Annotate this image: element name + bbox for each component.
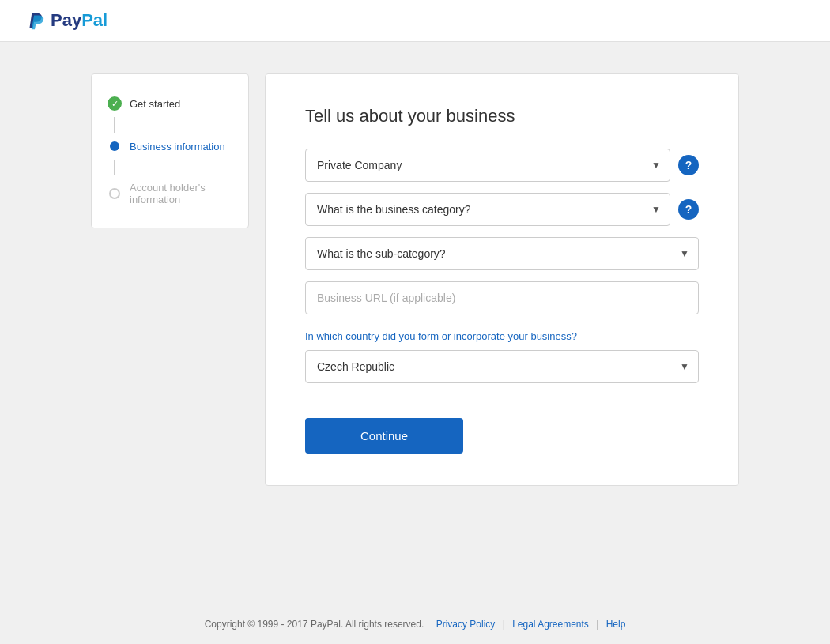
country-select-wrapper: Czech Republic Germany France United Sta… — [305, 350, 699, 383]
step-inactive-icon — [109, 188, 120, 199]
business-type-select[interactable]: Private Company Public Company Sole Trad… — [305, 149, 670, 182]
business-type-help-button[interactable]: ? — [678, 155, 699, 175]
footer-copyright: Copyright © 1999 - 2017 PayPal. All righ… — [205, 619, 424, 630]
steps-sidebar: ✓ Get started Business information Accou… — [91, 73, 249, 228]
step-business-info: Business information — [108, 133, 232, 160]
business-category-row: What is the business category? Retail Se… — [305, 193, 699, 226]
step-business-info-label: Business information — [130, 141, 225, 153]
footer-help-link[interactable]: Help — [606, 619, 626, 630]
form-panel: Tell us about your business Private Comp… — [265, 73, 739, 486]
country-question: In which country did you form or incorpo… — [305, 330, 699, 342]
header: PayPal — [0, 0, 830, 42]
paypal-logo-text: PayPal — [51, 10, 108, 31]
business-category-select[interactable]: What is the business category? Retail Se… — [305, 193, 670, 226]
continue-button[interactable]: Continue — [305, 418, 463, 454]
form-title: Tell us about your business — [305, 106, 699, 126]
step-account-holder: Account holder's information — [108, 175, 232, 212]
footer-legal-link[interactable]: Legal Agreements — [512, 619, 589, 630]
step-account-holder-label: Account holder's information — [130, 182, 232, 205]
footer: Copyright © 1999 - 2017 PayPal. All righ… — [0, 604, 830, 644]
main-content: ✓ Get started Business information Accou… — [0, 42, 830, 604]
step-connector-1 — [114, 117, 115, 133]
business-type-select-wrapper: Private Company Public Company Sole Trad… — [305, 149, 670, 182]
sub-category-select[interactable]: What is the sub-category? Option 1 Optio… — [305, 237, 699, 270]
business-url-row — [305, 281, 699, 314]
step-get-started: ✓ Get started — [108, 90, 232, 117]
business-url-input-wrapper — [305, 281, 699, 314]
paypal-logo: PayPal — [24, 9, 108, 32]
sub-category-select-wrapper: What is the sub-category? Option 1 Optio… — [305, 237, 699, 270]
business-category-select-wrapper: What is the business category? Retail Se… — [305, 193, 670, 226]
footer-privacy-link[interactable]: Privacy Policy — [436, 619, 496, 630]
business-url-input[interactable] — [305, 281, 699, 314]
business-category-help-button[interactable]: ? — [678, 199, 699, 220]
step-active-icon — [110, 141, 119, 151]
step-connector-2 — [114, 160, 115, 175]
sub-category-row: What is the sub-category? Option 1 Optio… — [305, 237, 699, 270]
content-wrapper: ✓ Get started Business information Accou… — [91, 73, 739, 572]
country-row: Czech Republic Germany France United Sta… — [305, 350, 699, 383]
continue-row: Continue — [305, 394, 699, 454]
country-select[interactable]: Czech Republic Germany France United Sta… — [305, 350, 699, 383]
step-completed-icon: ✓ — [108, 96, 122, 111]
paypal-logo-icon — [24, 9, 46, 32]
business-type-row: Private Company Public Company Sole Trad… — [305, 149, 699, 182]
step-get-started-label: Get started — [130, 98, 180, 110]
